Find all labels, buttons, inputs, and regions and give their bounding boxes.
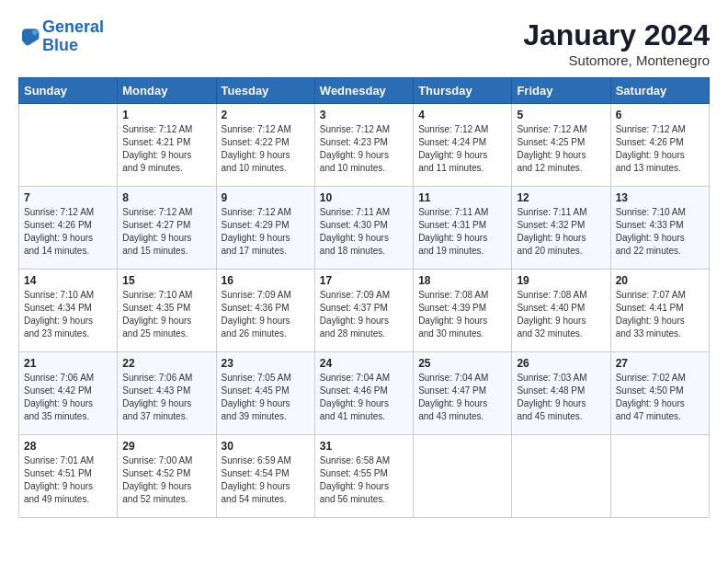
cell-content: Sunrise: 7:11 AM Sunset: 4:32 PM Dayligh… <box>517 206 605 258</box>
calendar-cell: 13Sunrise: 7:10 AM Sunset: 4:33 PM Dayli… <box>610 187 709 270</box>
logo: General Blue <box>18 18 104 55</box>
calendar-cell: 8Sunrise: 7:12 AM Sunset: 4:27 PM Daylig… <box>118 187 216 270</box>
week-row-3: 14Sunrise: 7:10 AM Sunset: 4:34 PM Dayli… <box>19 270 710 352</box>
calendar-cell: 27Sunrise: 7:02 AM Sunset: 4:50 PM Dayli… <box>610 352 709 435</box>
day-number: 3 <box>320 109 408 121</box>
week-row-1: 1Sunrise: 7:12 AM Sunset: 4:21 PM Daylig… <box>19 104 710 187</box>
title-block: January 2024 Sutomore, Montenegro <box>523 18 710 68</box>
day-number: 9 <box>222 191 310 204</box>
calendar-cell <box>19 104 118 187</box>
day-number: 26 <box>517 357 605 370</box>
day-number: 15 <box>122 274 210 287</box>
day-number: 2 <box>222 109 310 121</box>
week-row-4: 21Sunrise: 7:06 AM Sunset: 4:42 PM Dayli… <box>19 352 710 435</box>
calendar-cell: 18Sunrise: 7:08 AM Sunset: 4:39 PM Dayli… <box>414 270 512 352</box>
calendar-cell: 12Sunrise: 7:11 AM Sunset: 4:32 PM Dayli… <box>512 187 610 270</box>
header-cell-wednesday: Wednesday <box>314 78 413 104</box>
day-number: 10 <box>320 191 408 204</box>
day-number: 23 <box>222 357 310 370</box>
day-number: 8 <box>122 191 210 204</box>
calendar-cell: 20Sunrise: 7:07 AM Sunset: 4:41 PM Dayli… <box>610 270 709 352</box>
cell-content: Sunrise: 7:12 AM Sunset: 4:29 PM Dayligh… <box>222 206 310 258</box>
calendar-cell: 29Sunrise: 7:00 AM Sunset: 4:52 PM Dayli… <box>118 435 216 518</box>
cell-content: Sunrise: 7:03 AM Sunset: 4:48 PM Dayligh… <box>517 372 605 423</box>
calendar-cell: 5Sunrise: 7:12 AM Sunset: 4:25 PM Daylig… <box>512 104 610 187</box>
cell-content: Sunrise: 7:12 AM Sunset: 4:21 PM Dayligh… <box>122 123 210 175</box>
day-number: 13 <box>616 191 704 204</box>
cell-content: Sunrise: 7:01 AM Sunset: 4:51 PM Dayligh… <box>24 454 112 506</box>
calendar-cell: 16Sunrise: 7:09 AM Sunset: 4:36 PM Dayli… <box>216 270 314 352</box>
calendar-cell: 15Sunrise: 7:10 AM Sunset: 4:35 PM Dayli… <box>118 270 216 352</box>
calendar-table: SundayMondayTuesdayWednesdayThursdayFrid… <box>18 77 710 518</box>
cell-content: Sunrise: 7:04 AM Sunset: 4:47 PM Dayligh… <box>418 372 506 423</box>
calendar-cell: 21Sunrise: 7:06 AM Sunset: 4:42 PM Dayli… <box>19 352 118 435</box>
day-number: 31 <box>320 440 408 453</box>
cell-content: Sunrise: 6:58 AM Sunset: 4:55 PM Dayligh… <box>320 454 408 506</box>
calendar-cell: 2Sunrise: 7:12 AM Sunset: 4:22 PM Daylig… <box>216 104 314 187</box>
header-cell-monday: Monday <box>118 78 216 104</box>
logo-icon <box>18 26 40 48</box>
day-number: 30 <box>222 440 310 453</box>
day-number: 29 <box>122 440 210 453</box>
header-row: SundayMondayTuesdayWednesdayThursdayFrid… <box>19 78 710 104</box>
calendar-cell: 10Sunrise: 7:11 AM Sunset: 4:30 PM Dayli… <box>314 187 413 270</box>
cell-content: Sunrise: 7:05 AM Sunset: 4:45 PM Dayligh… <box>222 372 310 423</box>
cell-content: Sunrise: 7:02 AM Sunset: 4:50 PM Dayligh… <box>616 372 704 423</box>
day-number: 16 <box>222 274 310 287</box>
day-number: 25 <box>418 357 506 370</box>
day-number: 18 <box>418 274 506 287</box>
day-number: 24 <box>320 357 408 370</box>
cell-content: Sunrise: 7:09 AM Sunset: 4:37 PM Dayligh… <box>320 289 408 340</box>
cell-content: Sunrise: 7:06 AM Sunset: 4:43 PM Dayligh… <box>122 372 210 423</box>
cell-content: Sunrise: 7:10 AM Sunset: 4:33 PM Dayligh… <box>616 206 704 258</box>
cell-content: Sunrise: 7:10 AM Sunset: 4:34 PM Dayligh… <box>24 289 112 340</box>
calendar-cell <box>512 435 610 518</box>
cell-content: Sunrise: 7:04 AM Sunset: 4:46 PM Dayligh… <box>320 372 408 423</box>
cell-content: Sunrise: 7:11 AM Sunset: 4:30 PM Dayligh… <box>320 206 408 258</box>
day-number: 7 <box>24 191 112 204</box>
cell-content: Sunrise: 7:12 AM Sunset: 4:23 PM Dayligh… <box>320 123 408 175</box>
calendar-cell: 25Sunrise: 7:04 AM Sunset: 4:47 PM Dayli… <box>414 352 512 435</box>
day-number: 12 <box>517 191 605 204</box>
day-number: 6 <box>616 109 704 121</box>
calendar-header: SundayMondayTuesdayWednesdayThursdayFrid… <box>19 78 710 104</box>
cell-content: Sunrise: 7:08 AM Sunset: 4:39 PM Dayligh… <box>418 289 506 340</box>
cell-content: Sunrise: 7:12 AM Sunset: 4:27 PM Dayligh… <box>122 206 210 258</box>
day-number: 21 <box>24 357 112 370</box>
calendar-cell: 7Sunrise: 7:12 AM Sunset: 4:26 PM Daylig… <box>19 187 118 270</box>
header-cell-thursday: Thursday <box>414 78 512 104</box>
day-number: 28 <box>24 440 112 453</box>
cell-content: Sunrise: 7:12 AM Sunset: 4:26 PM Dayligh… <box>24 206 112 258</box>
header-cell-saturday: Saturday <box>610 78 709 104</box>
day-number: 17 <box>320 274 408 287</box>
cell-content: Sunrise: 6:59 AM Sunset: 4:54 PM Dayligh… <box>222 454 310 506</box>
day-number: 27 <box>616 357 704 370</box>
cell-content: Sunrise: 7:07 AM Sunset: 4:41 PM Dayligh… <box>616 289 704 340</box>
month-title: January 2024 <box>523 18 710 52</box>
header-cell-friday: Friday <box>512 78 610 104</box>
day-number: 19 <box>517 274 605 287</box>
day-number: 4 <box>418 109 506 121</box>
cell-content: Sunrise: 7:09 AM Sunset: 4:36 PM Dayligh… <box>222 289 310 340</box>
day-number: 5 <box>517 109 605 121</box>
header-cell-sunday: Sunday <box>19 78 118 104</box>
cell-content: Sunrise: 7:06 AM Sunset: 4:42 PM Dayligh… <box>24 372 112 423</box>
cell-content: Sunrise: 7:12 AM Sunset: 4:25 PM Dayligh… <box>517 123 605 175</box>
calendar-cell: 9Sunrise: 7:12 AM Sunset: 4:29 PM Daylig… <box>216 187 314 270</box>
calendar-cell: 3Sunrise: 7:12 AM Sunset: 4:23 PM Daylig… <box>314 104 413 187</box>
logo-line1: General <box>42 17 104 36</box>
cell-content: Sunrise: 7:12 AM Sunset: 4:24 PM Dayligh… <box>418 123 506 175</box>
cell-content: Sunrise: 7:11 AM Sunset: 4:31 PM Dayligh… <box>418 206 506 258</box>
calendar-body: 1Sunrise: 7:12 AM Sunset: 4:21 PM Daylig… <box>19 104 710 518</box>
calendar-cell: 31Sunrise: 6:58 AM Sunset: 4:55 PM Dayli… <box>314 435 413 518</box>
calendar-cell: 22Sunrise: 7:06 AM Sunset: 4:43 PM Dayli… <box>118 352 216 435</box>
day-number: 20 <box>616 274 704 287</box>
calendar-cell: 1Sunrise: 7:12 AM Sunset: 4:21 PM Daylig… <box>118 104 216 187</box>
day-number: 1 <box>122 109 210 121</box>
calendar-cell: 24Sunrise: 7:04 AM Sunset: 4:46 PM Dayli… <box>314 352 413 435</box>
day-number: 11 <box>418 191 506 204</box>
day-number: 22 <box>122 357 210 370</box>
cell-content: Sunrise: 7:00 AM Sunset: 4:52 PM Dayligh… <box>122 454 210 506</box>
week-row-2: 7Sunrise: 7:12 AM Sunset: 4:26 PM Daylig… <box>19 187 710 270</box>
page-header: General Blue January 2024 Sutomore, Mont… <box>18 18 710 68</box>
